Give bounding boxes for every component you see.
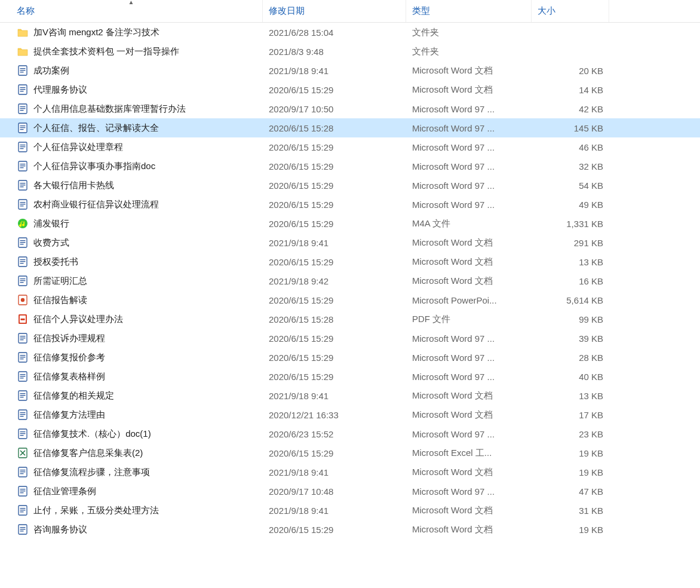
file-name-cell[interactable]: 浦发银行	[0, 218, 263, 229]
file-name-cell[interactable]: 止付，呆账，五级分类处理方法	[0, 504, 263, 516]
file-name-cell[interactable]: 征信报告解读	[0, 294, 263, 306]
file-date-cell: 2020/6/15 15:29	[263, 161, 406, 172]
file-date-cell: 2020/6/15 15:29	[263, 525, 406, 535]
file-row[interactable]: 止付，呆账，五级分类处理方法2021/9/18 9:41Microsoft Wo…	[0, 501, 700, 520]
file-row[interactable]: 征信修复客户信息采集表(2)2020/6/15 15:29Microsoft E…	[0, 443, 700, 463]
file-size-cell: 291 KB	[532, 238, 609, 248]
file-row[interactable]: 征信修复表格样例2020/6/15 15:29Microsoft Word 97…	[0, 367, 700, 386]
doc97-icon	[17, 141, 29, 153]
file-name-label: 征信修复的相关规定	[33, 390, 114, 402]
file-name-cell[interactable]: 征信修复技术.（核心）doc(1)	[0, 428, 263, 440]
docx-icon	[17, 237, 29, 249]
doc97-icon	[17, 198, 29, 210]
file-date-cell: 2020/6/15 15:29	[263, 448, 406, 458]
file-size-cell: 14 KB	[532, 85, 609, 95]
column-header-type[interactable]: 类型	[406, 0, 532, 22]
file-row[interactable]: 征信修复报价参考2020/6/15 15:29Microsoft Word 97…	[0, 348, 700, 367]
file-name-cell[interactable]: 征信修复流程步骤，注意事项	[0, 466, 263, 478]
file-name-cell[interactable]: 征信个人异议处理办法	[0, 313, 263, 325]
file-type-cell: 文件夹	[406, 27, 532, 38]
file-row[interactable]: 咨询服务协议2020/6/15 15:29Microsoft Word 文档19…	[0, 520, 700, 539]
file-type-cell: Microsoft Excel 工...	[406, 448, 532, 459]
column-header-size[interactable]: 大小	[532, 0, 609, 22]
folder-icon	[17, 45, 29, 57]
file-name-label: 加V咨询 mengxt2 备注学习技术	[33, 27, 159, 38]
file-row[interactable]: 加V咨询 mengxt2 备注学习技术2021/6/28 15:04文件夹	[0, 23, 700, 42]
file-name-cell[interactable]: 征信业管理条例	[0, 485, 263, 497]
pptx-icon	[17, 294, 29, 306]
file-type-cell: Microsoft Word 97 ...	[406, 142, 532, 152]
file-name-label: 止付，呆账，五级分类处理方法	[33, 505, 159, 516]
file-name-cell[interactable]: 个人征信、报告、记录解读大全	[0, 122, 263, 134]
file-row[interactable]: 征信修复流程步骤，注意事项2021/9/18 9:41Microsoft Wor…	[0, 463, 700, 482]
file-name-cell[interactable]: 成功案例	[0, 65, 263, 76]
column-header-date[interactable]: 修改日期	[263, 0, 406, 22]
file-name-cell[interactable]: 征信修复表格样例	[0, 370, 263, 382]
doc97-icon	[17, 370, 29, 382]
file-row[interactable]: 征信修复方法理由2020/12/21 16:33Microsoft Word 文…	[0, 405, 700, 424]
file-size-cell: 19 KB	[532, 467, 609, 477]
file-row[interactable]: 个人征信异议事项办事指南doc2020/6/15 15:29Microsoft …	[0, 157, 700, 176]
file-row[interactable]: 征信修复的相关规定2021/9/18 9:41Microsoft Word 文档…	[0, 386, 700, 405]
file-name-cell[interactable]: 征信修复客户信息采集表(2)	[0, 447, 263, 459]
file-date-cell: 2020/6/15 15:29	[263, 142, 406, 152]
file-row[interactable]: 所需证明汇总2021/9/18 9:42Microsoft Word 文档16 …	[0, 271, 700, 290]
file-type-cell: Microsoft Word 97 ...	[406, 161, 532, 172]
m4a-icon	[17, 218, 29, 229]
file-size-cell: 39 KB	[532, 333, 609, 344]
file-name-cell[interactable]: 征信投诉办理规程	[0, 332, 263, 344]
column-header-name[interactable]: 名称 ▲	[0, 0, 263, 22]
file-name-cell[interactable]: 所需证明汇总	[0, 275, 263, 287]
file-name-label: 征信修复报价参考	[33, 352, 105, 363]
file-name-cell[interactable]: 个人征信异议处理章程	[0, 141, 263, 153]
file-row[interactable]: 征信投诉办理规程2020/6/15 15:29Microsoft Word 97…	[0, 329, 700, 348]
file-name-cell[interactable]: 收费方式	[0, 237, 263, 249]
file-date-cell: 2020/6/15 15:29	[263, 372, 406, 382]
file-date-cell: 2020/6/15 15:28	[263, 123, 406, 133]
doc97-icon	[17, 122, 29, 134]
file-date-cell: 2020/6/15 15:29	[263, 200, 406, 210]
file-row[interactable]: 各大银行信用卡热线2020/6/15 15:29Microsoft Word 9…	[0, 176, 700, 195]
file-row[interactable]: 农村商业银行征信异议处理流程2020/6/15 15:29Microsoft W…	[0, 195, 700, 214]
file-row[interactable]: 个人征信、报告、记录解读大全2020/6/15 15:28Microsoft W…	[0, 118, 700, 137]
file-row[interactable]: 个人征信异议处理章程2020/6/15 15:29Microsoft Word …	[0, 137, 700, 157]
file-type-cell: Microsoft Word 文档	[406, 237, 532, 249]
file-row[interactable]: 成功案例2021/9/18 9:41Microsoft Word 文档20 KB	[0, 61, 700, 80]
file-type-cell: Microsoft Word 97 ...	[406, 200, 532, 210]
file-name-cell[interactable]: 咨询服务协议	[0, 523, 263, 535]
file-row[interactable]: 授权委托书2020/6/15 15:29Microsoft Word 文档13 …	[0, 252, 700, 271]
file-name-label: 浦发银行	[33, 218, 69, 229]
file-row[interactable]: 征信报告解读2020/6/15 15:29Microsoft PowerPoi.…	[0, 290, 700, 310]
file-name-cell[interactable]: 提供全套技术资料包 一对一指导操作	[0, 45, 263, 57]
file-date-cell: 2020/9/17 10:50	[263, 104, 406, 114]
file-row[interactable]: 提供全套技术资料包 一对一指导操作2021/8/3 9:48文件夹	[0, 42, 700, 61]
file-type-cell: Microsoft Word 97 ...	[406, 123, 532, 133]
file-row[interactable]: 征信个人异议处理办法2020/6/15 15:28PDF 文件99 KB	[0, 310, 700, 329]
file-name-cell[interactable]: 个人征信异议事项办事指南doc	[0, 160, 263, 172]
file-type-cell: PDF 文件	[406, 314, 532, 325]
file-size-cell: 31 KB	[532, 506, 609, 516]
file-type-cell: M4A 文件	[406, 218, 532, 229]
file-name-cell[interactable]: 授权委托书	[0, 256, 263, 268]
file-name-cell[interactable]: 个人信用信息基础数据库管理暂行办法	[0, 103, 263, 115]
file-size-cell: 47 KB	[532, 486, 609, 497]
file-date-cell: 2020/6/23 15:52	[263, 429, 406, 439]
file-name-cell[interactable]: 征信修复的相关规定	[0, 390, 263, 402]
file-name-cell[interactable]: 各大银行信用卡热线	[0, 179, 263, 191]
file-row[interactable]: 浦发银行2020/6/15 15:29M4A 文件1,331 KB	[0, 214, 700, 233]
file-row[interactable]: 个人信用信息基础数据库管理暂行办法2020/9/17 10:50Microsof…	[0, 99, 700, 118]
file-row[interactable]: 代理服务协议2020/6/15 15:29Microsoft Word 文档14…	[0, 80, 700, 99]
file-name-cell[interactable]: 农村商业银行征信异议处理流程	[0, 198, 263, 210]
file-name-cell[interactable]: 征信修复报价参考	[0, 351, 263, 363]
file-name-cell[interactable]: 加V咨询 mengxt2 备注学习技术	[0, 26, 263, 38]
file-date-cell: 2020/6/15 15:29	[263, 353, 406, 363]
file-name-cell[interactable]: 征信修复方法理由	[0, 409, 263, 421]
file-row[interactable]: 征信业管理条例2020/9/17 10:48Microsoft Word 97 …	[0, 482, 700, 501]
file-name-label: 农村商业银行征信异议处理流程	[33, 199, 159, 210]
file-row[interactable]: 收费方式2021/9/18 9:41Microsoft Word 文档291 K…	[0, 233, 700, 252]
docx-icon	[17, 256, 29, 268]
file-name-label: 征信投诉办理规程	[33, 333, 105, 344]
file-name-cell[interactable]: 代理服务协议	[0, 84, 263, 96]
file-row[interactable]: 征信修复技术.（核心）doc(1)2020/6/23 15:52Microsof…	[0, 424, 700, 443]
file-name-label: 提供全套技术资料包 一对一指导操作	[33, 46, 179, 57]
